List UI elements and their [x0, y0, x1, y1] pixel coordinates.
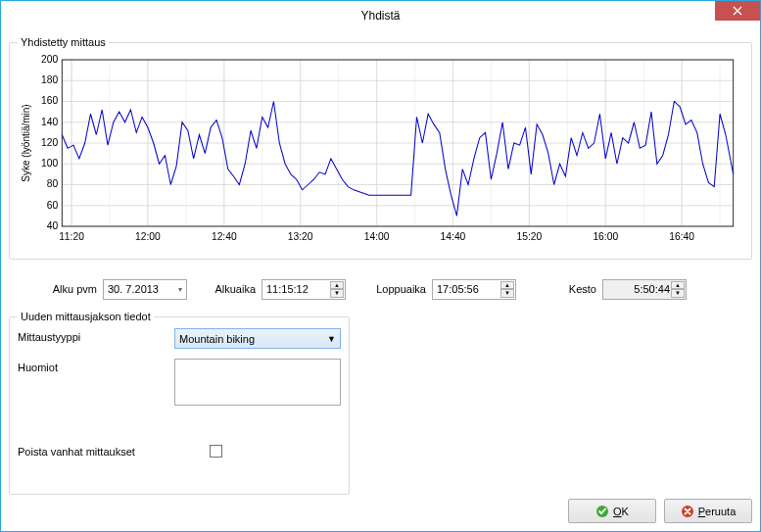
start-time-spinner[interactable]: 11:15:12 ▲▼: [262, 279, 346, 300]
svg-text:13:20: 13:20: [288, 231, 313, 242]
chevron-down-icon: ▼: [327, 334, 336, 344]
window-title: Yhdistä: [360, 9, 400, 23]
cancel-button[interactable]: Peruuta: [664, 499, 752, 523]
spin-up-icon[interactable]: ▲: [671, 281, 685, 290]
start-date-value: 30. 7.2013: [108, 283, 159, 295]
titlebar: Yhdistä: [1, 1, 760, 30]
duration-value: 5:50:44: [607, 283, 670, 295]
cancel-icon: [681, 505, 694, 518]
spin-down-icon[interactable]: ▼: [500, 289, 514, 298]
notes-label: Huomiot: [18, 359, 174, 373]
measurement-type-select[interactable]: Mountain biking ▼: [174, 328, 341, 349]
svg-text:140: 140: [41, 117, 59, 127]
delete-old-label: Poista vanhat mittaukset: [18, 446, 210, 458]
start-date-picker[interactable]: 30. 7.2013 ▾: [103, 279, 187, 300]
svg-text:160: 160: [41, 96, 59, 107]
spin-up-icon[interactable]: ▲: [330, 281, 344, 290]
chevron-down-icon: ▾: [178, 285, 182, 294]
svg-text:100: 100: [41, 158, 59, 169]
spin-up-icon[interactable]: ▲: [500, 281, 514, 290]
close-icon: [733, 6, 742, 16]
details-groupbox: Uuden mittausjakson tiedot Mittaustyyppi…: [9, 311, 350, 495]
chart-svg: 40608010012014016018020011:2012:0012:401…: [18, 54, 743, 250]
svg-text:15:20: 15:20: [517, 231, 543, 242]
svg-text:200: 200: [41, 54, 59, 65]
chart-legend: Yhdistetty mittaus: [18, 36, 109, 48]
start-time-label: Alkuaika: [199, 283, 256, 295]
close-button[interactable]: [715, 1, 760, 21]
svg-text:12:00: 12:00: [135, 231, 161, 242]
measurement-type-label: Mittaustyyppi: [18, 328, 174, 343]
spin-down-icon[interactable]: ▼: [671, 289, 685, 298]
client-area: Yhdistetty mittaus 406080100120140160180…: [9, 36, 752, 523]
ok-icon: [595, 505, 609, 518]
notes-textarea[interactable]: [174, 359, 341, 406]
svg-text:60: 60: [47, 200, 59, 211]
ok-button[interactable]: OK: [568, 499, 656, 523]
svg-text:Syke (lyöntiä/min): Syke (lyöntiä/min): [21, 104, 31, 181]
svg-text:14:40: 14:40: [441, 231, 466, 242]
svg-text:16:40: 16:40: [669, 231, 694, 242]
svg-text:12:40: 12:40: [212, 231, 237, 242]
ok-label: OK: [613, 506, 629, 517]
dialog-window: Yhdistä Yhdistetty mittaus 4060801001201…: [0, 0, 761, 532]
details-legend: Uuden mittausjakson tiedot: [18, 311, 154, 322]
cancel-label: Peruuta: [698, 506, 737, 517]
end-time-label: Loppuaika: [357, 283, 426, 295]
start-date-label: Alku pvm: [9, 283, 97, 295]
end-time-spinner[interactable]: 17:05:56 ▲▼: [432, 279, 516, 300]
chart-groupbox: Yhdistetty mittaus 406080100120140160180…: [9, 36, 752, 260]
svg-text:180: 180: [41, 74, 59, 85]
dialog-buttons: OK Peruuta: [568, 499, 752, 523]
svg-text:120: 120: [41, 137, 59, 148]
duration-label: Kesto: [528, 283, 596, 295]
time-row: Alku pvm 30. 7.2013 ▾ Alkuaika 11:15:12 …: [9, 275, 752, 303]
chart: 40608010012014016018020011:2012:0012:401…: [18, 54, 743, 250]
end-time-value: 17:05:56: [437, 283, 479, 295]
delete-old-checkbox[interactable]: [210, 445, 222, 458]
spin-down-icon[interactable]: ▼: [330, 289, 344, 298]
measurement-type-value: Mountain biking: [179, 333, 255, 345]
start-time-value: 11:15:12: [266, 283, 309, 295]
svg-text:11:20: 11:20: [59, 231, 84, 242]
duration-spinner[interactable]: 5:50:44 ▲▼: [602, 279, 687, 300]
svg-text:80: 80: [47, 179, 59, 190]
svg-text:40: 40: [47, 220, 59, 231]
svg-text:16:00: 16:00: [593, 231, 618, 242]
svg-text:14:00: 14:00: [364, 231, 390, 242]
